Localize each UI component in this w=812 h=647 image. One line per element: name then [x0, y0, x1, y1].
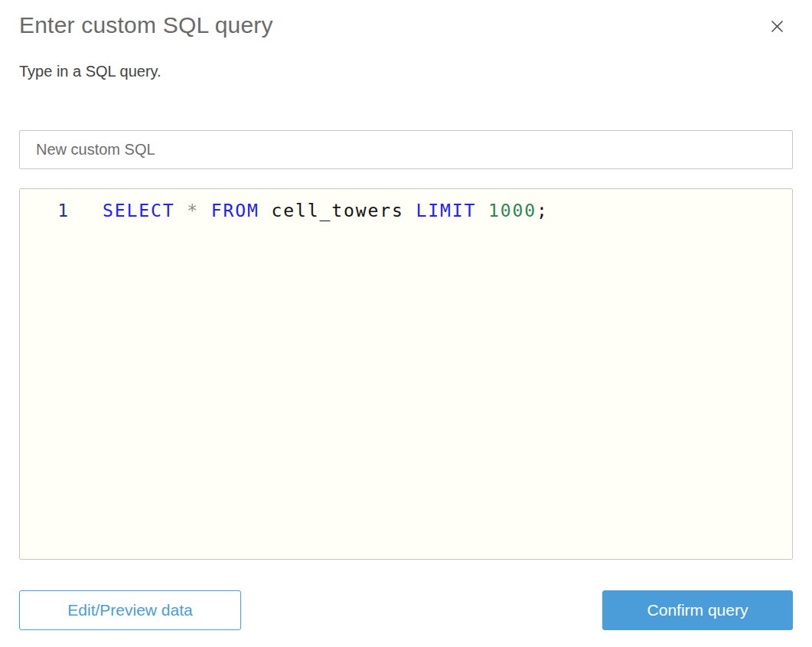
line-number: 1 — [20, 198, 68, 223]
confirm-query-button[interactable]: Confirm query — [602, 590, 793, 630]
close-icon — [769, 18, 785, 34]
dialog-header: Enter custom SQL query — [19, 11, 793, 40]
sql-code-editor[interactable]: 1SELECT * FROM cell_towers LIMIT 1000; — [19, 188, 793, 560]
dialog-subtitle: Type in a SQL query. — [19, 61, 793, 81]
dialog-footer: Edit/Preview data Confirm query — [19, 590, 793, 630]
close-button[interactable] — [768, 17, 786, 35]
code-line[interactable]: 1SELECT * FROM cell_towers LIMIT 1000; — [20, 198, 792, 223]
edit-preview-data-button[interactable]: Edit/Preview data — [19, 590, 241, 630]
custom-sql-dialog: Enter custom SQL query Type in a SQL que… — [0, 0, 812, 647]
dialog-title: Enter custom SQL query — [19, 11, 793, 40]
code-lines: 1SELECT * FROM cell_towers LIMIT 1000; — [20, 198, 792, 223]
code-text: SELECT * FROM cell_towers LIMIT 1000; — [103, 198, 549, 223]
custom-sql-name-input[interactable] — [19, 130, 793, 169]
